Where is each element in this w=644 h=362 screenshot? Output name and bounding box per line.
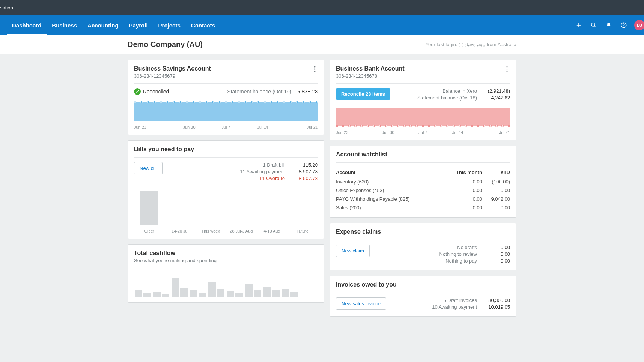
bank-account-card: Business Bank Account 306-234-12345678 R… [330, 60, 516, 140]
cashflow-subtitle: See what you're making and spending [134, 258, 318, 263]
top-bar: sation [0, 0, 644, 15]
bills-title: Bills you need to pay [134, 146, 318, 153]
bank-menu-icon[interactable] [504, 65, 510, 74]
svg-point-2 [314, 66, 316, 68]
svg-point-0 [591, 23, 595, 26]
savings-stmt-value: 6,878.28 [298, 89, 318, 95]
invoices-title: Invoices owed to you [336, 281, 510, 288]
last-login: Your last login: 14 days ago from Austra… [426, 42, 516, 47]
new-claim-button[interactable]: New claim [336, 245, 370, 257]
svg-point-5 [507, 66, 508, 68]
bills-card: Bills you need to pay New bill 1 Draft b… [128, 140, 324, 239]
new-invoice-button[interactable]: New sales invoice [336, 297, 386, 310]
nav-projects[interactable]: Projects [153, 15, 186, 35]
nav-business[interactable]: Business [47, 15, 82, 35]
bank-title: Business Bank Account [336, 65, 405, 72]
cashflow-card: Total cashflow See what you're making an… [128, 244, 324, 303]
org-label-fragment: sation [0, 5, 13, 11]
last-login-days[interactable]: 14 days ago [459, 42, 485, 47]
expense-card: Expense claims New claim No drafts0.00 N… [330, 223, 516, 270]
watchlist-card: Account watchlist Account This month YTD… [330, 146, 516, 218]
invoices-card: Invoices owed to you New sales invoice 5… [330, 276, 516, 317]
add-icon[interactable] [571, 15, 586, 35]
svg-point-3 [314, 69, 316, 70]
avatar[interactable]: DJ [634, 20, 644, 30]
watchlist-title: Account watchlist [336, 151, 510, 158]
cashflow-title: Total cashflow [134, 250, 318, 257]
bank-chart: Jun 23 Jun 30 Jul 7 Jul 14 Jul 21 [336, 108, 510, 135]
table-row: Sales (200)0.000.00 [336, 203, 510, 212]
svg-point-4 [314, 71, 316, 72]
bills-stats: 1 Draft bill115.20 11 Awaiting payment8,… [240, 162, 318, 182]
nav-contacts[interactable]: Contacts [186, 15, 220, 35]
bell-icon[interactable] [601, 15, 616, 35]
table-row: PAYG Withholdings Payable (825)0.009,042… [336, 195, 510, 203]
reconcile-button[interactable]: Reconcile 23 items [336, 88, 390, 100]
nav-dashboard[interactable]: Dashboard [7, 15, 47, 35]
page-header: Demo Company (AU) Your last login: 14 da… [0, 35, 644, 54]
company-name: Demo Company (AU) [128, 40, 203, 49]
org-switch[interactable] [0, 15, 7, 35]
savings-menu-icon[interactable] [312, 65, 318, 74]
expense-title: Expense claims [336, 228, 510, 235]
savings-account-number: 306-234-12345679 [134, 73, 211, 79]
help-icon[interactable] [616, 15, 631, 35]
savings-stmt-label: Statement balance (Oct 19) [227, 89, 291, 95]
savings-chart: Jun 23 Jun 30 Jul 7 Jul 14 Jul 21 [134, 102, 318, 129]
watchlist-table: Account This month YTD Inventory (630)0.… [336, 167, 510, 212]
svg-point-7 [507, 71, 508, 72]
savings-account-card: Business Savings Account 306-234-1234567… [128, 60, 324, 135]
bills-bar-chart [134, 191, 318, 225]
check-icon [134, 88, 141, 95]
svg-point-6 [507, 69, 508, 70]
table-row: Inventory (630)0.00(100.00) [336, 177, 510, 186]
search-icon[interactable] [586, 15, 601, 35]
cashflow-bars [134, 271, 318, 297]
bank-account-number: 306-234-12345678 [336, 73, 405, 79]
table-row: Office Expenses (453)0.000.00 [336, 186, 510, 195]
new-bill-button[interactable]: New bill [134, 162, 163, 174]
reconciled-badge: Reconciled [134, 88, 169, 95]
savings-title: Business Savings Account [134, 65, 211, 72]
nav-accounting[interactable]: Accounting [82, 15, 124, 35]
nav-payroll[interactable]: Payroll [124, 15, 153, 35]
primary-nav: Dashboard Business Accounting Payroll Pr… [0, 15, 644, 35]
